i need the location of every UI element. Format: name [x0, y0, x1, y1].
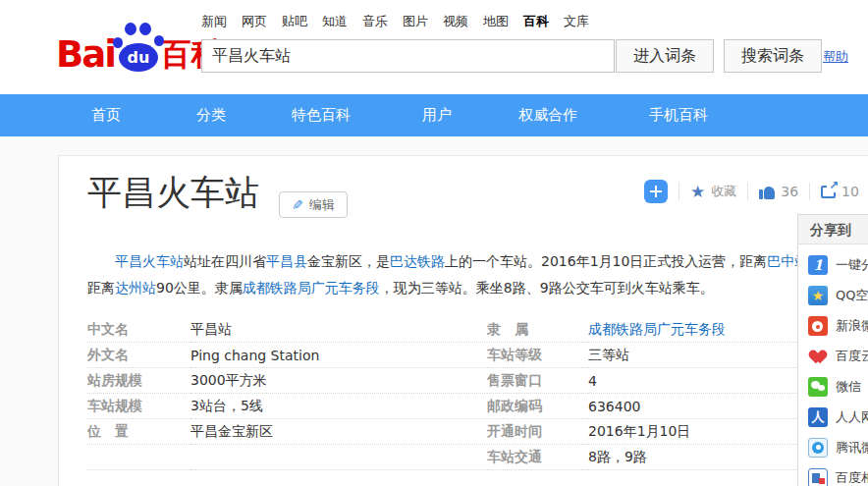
infobox-label: 站房规模 [87, 368, 190, 394]
entry-summary: 平昌火车站站址在四川省平昌县金宝新区，是巴达铁路上的一个车站。2016年1月10… [87, 248, 808, 301]
infobox-value: 三等站 [588, 343, 796, 368]
favorite-button[interactable]: ★ 收藏 [690, 183, 736, 200]
infobox-label: 开通时间 [487, 419, 588, 445]
nav-users[interactable]: 用户 [422, 106, 452, 125]
add-button[interactable] [644, 180, 668, 203]
link-pingchang-county[interactable]: 平昌县 [266, 253, 307, 269]
baidu-baike-logo[interactable]: Bai du 百科 [56, 22, 223, 73]
logo-du-text: du [119, 43, 158, 72]
share-button[interactable]: 10 [821, 184, 859, 199]
baidu-album-icon [808, 468, 828, 486]
top-header: Bai du 百科 新闻 网页 贴吧 知道 音乐 图片 视频 地图 百科 文库 … [0, 0, 868, 94]
top-nav-tieba[interactable]: 贴吧 [282, 13, 307, 30]
share-panel-title: 分享到 [798, 215, 868, 244]
divider [747, 183, 748, 200]
share-item-wechat[interactable]: 微信 [798, 371, 868, 402]
top-nav: 新闻 网页 贴吧 知道 音乐 图片 视频 地图 百科 文库 [201, 13, 589, 30]
infobox-label: 车站规模 [87, 394, 190, 419]
infobox-label: 车站交通 [487, 445, 588, 470]
infobox-label: 售票窗口 [487, 368, 588, 394]
share-arrow-icon [821, 186, 836, 198]
infobox-value: 4 [588, 368, 796, 394]
content-card: 平昌火车站 ✎ 编辑 ★ 收藏 36 10 平昌火车 [58, 155, 868, 486]
share-item-sina-weibo[interactable]: 新浪微博 [798, 310, 868, 341]
infobox-value: 3000平方米 [190, 368, 487, 394]
share-list: 一键分享 QQ空间 新浪微博 百度云 微信 人人网 [798, 249, 868, 486]
infobox-label: 中文名 [87, 317, 190, 343]
infobox-label [87, 445, 190, 470]
nav-home[interactable]: 首页 [91, 106, 121, 125]
top-nav-music[interactable]: 音乐 [362, 13, 388, 30]
top-nav-wenku[interactable]: 文库 [564, 13, 589, 30]
pencil-icon: ✎ [292, 197, 303, 213]
enter-entry-button[interactable]: 进入词条 [616, 39, 714, 73]
search-entry-button[interactable]: 搜索词条 [724, 39, 822, 73]
link-chengdu-railway-bureau[interactable]: 成都铁路局广元车务段 [243, 280, 380, 296]
one-click-share-icon [808, 255, 828, 275]
qzone-icon [808, 286, 828, 305]
divider [678, 183, 679, 200]
infobox-label: 外文名 [87, 343, 190, 368]
baidu-paw-icon: du [113, 22, 164, 73]
top-nav-news[interactable]: 新闻 [201, 13, 227, 30]
share-count: 10 [841, 184, 859, 199]
infobox-value: 平昌金宝新区 [190, 419, 487, 445]
primary-nav: 首页 分类 特色百科 用户 权威合作 手机百科 [0, 94, 868, 136]
share-item-tencent-weibo[interactable]: 腾讯微博 [798, 432, 868, 462]
top-nav-image[interactable]: 图片 [403, 13, 428, 30]
link-pingchang-station[interactable]: 平昌火车站 [115, 253, 184, 269]
share-item-one-click[interactable]: 一键分享 [798, 249, 868, 280]
top-nav-map[interactable]: 地图 [483, 13, 509, 30]
favorite-label: 收藏 [711, 183, 736, 200]
infobox-label: 隶 属 [487, 317, 588, 343]
star-icon: ★ [690, 184, 705, 200]
share-item-baidu-cloud[interactable]: 百度云 [798, 341, 868, 371]
top-nav-video[interactable]: 视频 [443, 13, 468, 30]
infobox-value: 3站台，5线 [190, 394, 487, 419]
search-input[interactable] [201, 39, 615, 73]
entry-action-bar: ★ 收藏 36 10 [644, 179, 859, 204]
infobox-label: 位 置 [87, 419, 190, 445]
tencent-weibo-icon [808, 438, 828, 458]
edit-button-label: 编辑 [309, 196, 335, 214]
infobox-value: Ping chang Station [190, 343, 487, 368]
nav-authority[interactable]: 权威合作 [518, 106, 577, 125]
baidu-cloud-icon [808, 347, 828, 366]
nav-featured[interactable]: 特色百科 [292, 106, 351, 125]
top-nav-web[interactable]: 网页 [242, 13, 267, 30]
link-bada-railway[interactable]: 巴达铁路 [390, 253, 445, 269]
nav-mobile[interactable]: 手机百科 [649, 106, 708, 125]
infobox-value: 2016年1月10日 [588, 419, 796, 445]
top-nav-baike[interactable]: 百科 [523, 13, 549, 30]
share-panel: 分享到 一键分享 QQ空间 新浪微博 百度云 微信 [797, 214, 868, 486]
thumb-up-icon [759, 185, 775, 199]
logo-bai-text: Bai [56, 36, 115, 73]
renren-icon [808, 407, 828, 427]
link-guangyuan-depot[interactable]: 成都铁路局广元车务段 [588, 321, 726, 339]
infobox-value: 8路，9路 [588, 445, 796, 470]
infobox-value: 636400 [588, 394, 796, 419]
summary-line-2: 距离达州站90公里。隶属成都铁路局广元车务段，现为三等站。乘坐8路、9路公交车可… [87, 275, 808, 301]
infobox-label: 车站等级 [487, 343, 588, 368]
page: Bai du 百科 新闻 网页 贴吧 知道 音乐 图片 视频 地图 百科 文库 … [0, 0, 868, 486]
divider [809, 183, 810, 200]
infobox-value: 平昌站 [190, 317, 487, 343]
sina-weibo-icon [808, 316, 828, 336]
infobox-value [190, 445, 487, 470]
wechat-icon [808, 377, 828, 397]
share-item-qzone[interactable]: QQ空间 [798, 280, 868, 310]
top-nav-zhidao[interactable]: 知道 [322, 13, 348, 30]
like-button[interactable]: 36 [759, 184, 798, 199]
nav-category[interactable]: 分类 [196, 106, 226, 125]
share-item-renren[interactable]: 人人网 [798, 402, 868, 432]
like-count: 36 [781, 184, 798, 199]
share-item-baidu-album[interactable]: 百度相册 [798, 462, 868, 486]
summary-line-1: 平昌火车站站址在四川省平昌县金宝新区，是巴达铁路上的一个车站。2016年1月10… [87, 248, 808, 275]
link-dazhou-station[interactable]: 达州站 [115, 280, 156, 296]
edit-button[interactable]: ✎ 编辑 [279, 191, 348, 218]
help-link[interactable]: 帮助 [823, 48, 848, 66]
infobox-label: 邮政编码 [487, 394, 588, 419]
entry-title: 平昌火车站 [87, 174, 259, 212]
infobox-table: 中文名 平昌站 隶 属 成都铁路局广元车务段 外文名 Ping chang St… [87, 317, 796, 470]
